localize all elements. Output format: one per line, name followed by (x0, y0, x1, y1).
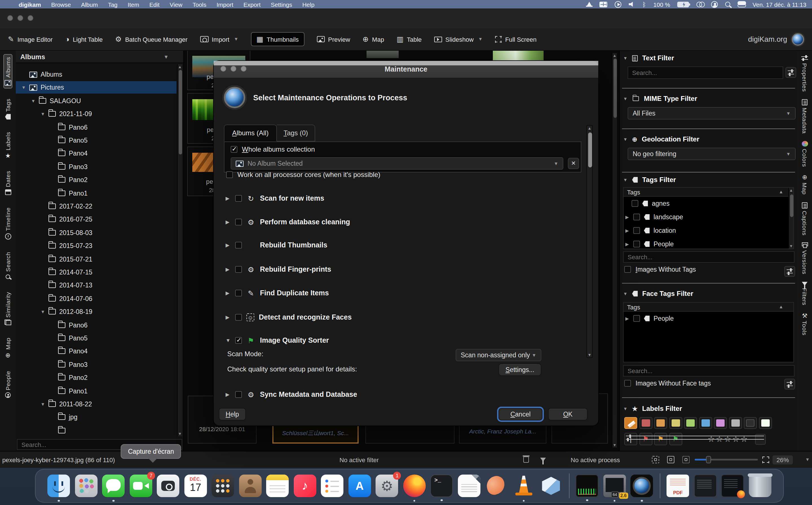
map-button[interactable]: ⊕ Map (363, 35, 384, 43)
checkbox[interactable] (633, 241, 640, 247)
checkbox[interactable] (633, 227, 640, 234)
dock-trash[interactable] (749, 475, 771, 497)
tree-row[interactable] (16, 425, 176, 437)
dialog-scrollbar[interactable]: ▲▼ (586, 125, 593, 358)
statusbar-expander[interactable]: ▼ (805, 452, 810, 468)
face-tag-row-people[interactable]: ▶ People (624, 312, 793, 325)
tree-row[interactable]: 2015-07-23 (16, 239, 176, 252)
tag-row-location[interactable]: ▶ location (624, 224, 793, 237)
checkbox[interactable] (235, 266, 242, 273)
thumbnails-scrollbar[interactable]: ▲▼ (612, 53, 617, 448)
image-editor-button[interactable]: ✎ Image Editor (8, 35, 53, 43)
fit-window-icon[interactable] (652, 452, 659, 468)
images-without-tags-row[interactable]: Images Without Tags (624, 266, 696, 273)
right-tab-colors[interactable]: Colors (801, 141, 808, 167)
color-label-white[interactable] (759, 417, 772, 429)
thumbnails-button[interactable]: ▦ Thumbnails (251, 32, 304, 46)
tree-row[interactable]: Pano6 (16, 319, 176, 331)
tab-tags[interactable]: Tags (0) (277, 125, 315, 142)
checkbox[interactable] (235, 195, 242, 202)
sidebar-tab-similarity[interactable]: Similarity (4, 290, 12, 327)
tree-row[interactable]: Pano1 (16, 187, 176, 199)
tree-row[interactable]: 2015-07-21 (16, 253, 176, 266)
tag-row-agnes[interactable]: agnes (624, 197, 793, 210)
face-tags-list-header[interactable]: Tags▲ (624, 303, 793, 312)
color-label-black[interactable] (744, 417, 757, 429)
trash-filter-icon[interactable] (523, 452, 529, 468)
bluetooth-icon[interactable]: ᛒ (642, 1, 646, 7)
color-label-green[interactable] (684, 417, 697, 429)
right-tab-map[interactable]: ⊕ Map (801, 174, 808, 195)
op-database-cleaning[interactable]: ▶ ⚙ Perform database cleaning (226, 218, 350, 226)
menu-tag[interactable]: Tag (103, 1, 123, 8)
checkbox[interactable] (632, 200, 638, 207)
dock-virtualbox[interactable] (540, 475, 562, 497)
face-tags-search-input[interactable] (623, 365, 795, 376)
op-rebuild-fingerprints[interactable]: ▶ ⚙ Rebuild Finger-prints (226, 266, 331, 273)
right-tab-metadata[interactable]: Metadata (801, 99, 808, 134)
zoom-percent[interactable]: 26% (773, 452, 793, 468)
flag-green[interactable]: ⚑ (669, 433, 682, 445)
right-tab-captions[interactable]: Captions (801, 202, 808, 235)
checkbox[interactable] (624, 380, 631, 387)
cores-row[interactable]: Work on all processor cores (when it's p… (226, 171, 380, 179)
checkbox[interactable] (624, 266, 631, 273)
tags-options-button[interactable] (784, 266, 795, 277)
right-tab-versions[interactable]: Versions (801, 242, 808, 275)
dock-reminders[interactable] (321, 475, 344, 497)
color-label-magenta[interactable] (714, 417, 727, 429)
dock-messages[interactable] (102, 475, 125, 497)
labels-options-button[interactable] (755, 434, 766, 445)
sidebar-tab-labels[interactable]: Labels ★ (4, 130, 12, 161)
tree-row[interactable]: Pano4 (16, 345, 176, 357)
album-selector-combo[interactable]: No Album Selected ▼ (231, 157, 563, 170)
op-find-duplicates[interactable]: ▶ ✎ Find Duplicate Items (226, 289, 329, 297)
fullscreen-zoom-icon[interactable] (763, 452, 769, 468)
zoom-slider[interactable] (695, 452, 758, 468)
menu-help[interactable]: Help (297, 1, 319, 8)
checkbox[interactable] (633, 214, 640, 220)
checkbox[interactable] (235, 391, 242, 398)
minimize-button[interactable] (17, 15, 23, 21)
tags-list-header[interactable]: Tags▲ (624, 188, 793, 197)
tree-row[interactable]: 2014-07-15 (16, 266, 176, 279)
checkbox[interactable] (235, 290, 242, 297)
zoom-button[interactable] (28, 15, 33, 21)
zoom-100-icon[interactable] (667, 452, 674, 468)
menu-export[interactable]: Export (239, 1, 266, 8)
ok-button[interactable]: OK (548, 408, 587, 420)
dock-music[interactable] (294, 475, 316, 497)
table-button[interactable]: ▥ Table (396, 35, 421, 43)
dock-vlc[interactable] (513, 475, 535, 497)
preview-button[interactable]: Preview (317, 36, 350, 42)
menu-item[interactable]: Item (123, 1, 144, 8)
menu-clock[interactable]: Ven. 17 déc. à 11:13 (753, 1, 806, 8)
user-status-icon[interactable] (711, 1, 718, 8)
checkbox[interactable] (235, 314, 242, 321)
keyboard-status-icon[interactable] (599, 1, 607, 7)
right-tab-tools[interactable]: ⚒ Tools (801, 313, 808, 335)
spotlight-icon[interactable] (725, 2, 730, 7)
whole-albums-row[interactable]: Whole albums collection (231, 145, 315, 153)
color-label-red[interactable] (639, 417, 652, 429)
scan-mode-combo[interactable]: Scan non-assigned only▼ (456, 349, 541, 361)
tree-row[interactable]: ▼2012-08-19 (16, 306, 176, 318)
fit-select-icon[interactable] (682, 452, 690, 468)
text-filter-header[interactable]: ▼ Text Filter (623, 54, 674, 62)
op-rebuild-thumbnails[interactable]: ▶ Rebuild Thumbnails (226, 241, 327, 249)
checkbox[interactable] (633, 315, 640, 322)
text-filter-search-input[interactable] (628, 66, 783, 79)
tag-row-people[interactable]: ▶ People (624, 237, 793, 251)
menu-tools[interactable]: Tools (187, 1, 212, 8)
dock-finder[interactable] (48, 475, 70, 497)
slideshow-button[interactable]: Slideshow ▼ (434, 36, 483, 42)
op-image-quality-sorter[interactable]: ▼ ⚑ Image Quality Sorter (226, 336, 329, 344)
dialog-zoom-button[interactable] (241, 66, 246, 71)
tags-search-input[interactable] (623, 251, 795, 263)
flag-red[interactable]: ⚑ (639, 433, 652, 445)
images-without-face-tags-row[interactable]: Images Without Face tags (624, 380, 711, 387)
geolocation-filter-combo[interactable]: No geo filtering▼ (628, 148, 796, 160)
clear-album-button[interactable]: ✕ (568, 158, 579, 169)
tree-row[interactable]: Pano1 (16, 385, 176, 397)
playback-status-icon[interactable] (615, 1, 622, 8)
